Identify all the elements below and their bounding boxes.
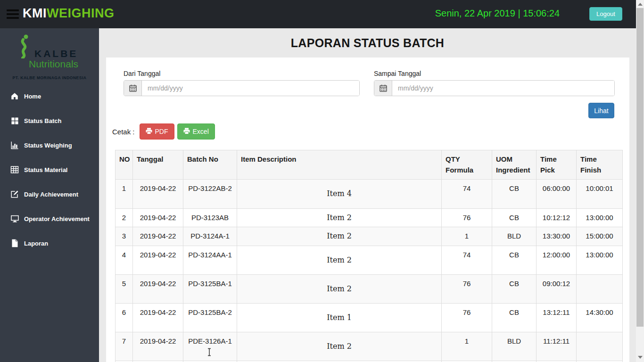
logout-button[interactable]: Logout <box>589 7 622 21</box>
cell-time-finish: 10:00:01 <box>577 180 623 209</box>
cell-tanggal: 2019-04-22 <box>133 332 183 361</box>
column-header-qty-formula: QTY Formula <box>442 150 492 180</box>
cell-tanggal: 2019-04-22 <box>133 274 183 303</box>
column-header-time-finish: Time Finish <box>577 150 623 180</box>
printer-icon <box>183 128 190 136</box>
to-date-label: Sampai Tanggal <box>374 70 421 77</box>
topbar: KMIWEIGHING Senin, 22 Apr 2019 | 15:06:2… <box>0 0 636 28</box>
cell-time-finish: 15:00:00 <box>577 227 623 246</box>
cell-time-finish <box>577 332 623 361</box>
from-date-input[interactable] <box>142 81 359 96</box>
monitor-icon <box>10 214 19 223</box>
scroll-down-arrow-icon[interactable] <box>638 356 643 359</box>
page-title: LAPORAN STATUS BATCH <box>99 36 636 50</box>
table-header-row: NOTanggalBatch NoItem DescriptionQTY For… <box>116 150 623 180</box>
cell-batch-no: PD-3124AA-1 <box>183 246 237 274</box>
table-row: 52019-04-22PD-3125BA-1Item 276CB09:00:12 <box>116 274 623 303</box>
screen: KMIWEIGHING Senin, 22 Apr 2019 | 15:06:2… <box>0 0 644 362</box>
table-row: 32019-04-22PD-3124A-1Item 21BLD13:30:001… <box>116 227 623 246</box>
sidebar-item-label: Status Weighing <box>24 142 72 149</box>
column-header-batch-no: Batch No <box>183 150 237 180</box>
brand-weighing: WEIGHING <box>47 6 115 20</box>
table-icon <box>10 165 19 174</box>
cell-item-description: Item 2 <box>237 332 442 361</box>
cell-time-finish <box>577 274 623 303</box>
logo-company-text: PT. KALBE MORINAGA INDONESIA <box>6 75 93 80</box>
sidebar-item-home[interactable]: Home <box>0 84 99 108</box>
cell-uom-ingredient: BLD <box>492 332 537 361</box>
cell-time-pick: 12:00:00 <box>537 246 577 274</box>
cell-batch-no: PD-3124A-1 <box>183 227 237 246</box>
cell-tanggal: 2019-04-22 <box>133 303 183 332</box>
edit-icon <box>10 189 19 199</box>
cell-uom-ingredient: CB <box>492 246 537 274</box>
to-date-input[interactable] <box>392 81 614 96</box>
cell-time-finish: 13:00:00 <box>577 209 623 227</box>
print-pdf-button[interactable]: PDF <box>140 123 174 140</box>
sidebar: KALBE Nutritionals PT. KALBE MORINAGA IN… <box>0 28 99 362</box>
sidebar-item-operator-achievement[interactable]: Operator Achievement <box>0 206 99 231</box>
text-cursor <box>207 348 212 358</box>
cell-time-pick: 09:00:12 <box>537 274 577 303</box>
cell-time-pick: 11:12:11 <box>537 332 577 361</box>
home-icon <box>10 91 19 101</box>
sidebar-nav: HomeStatus BatchStatus WeighingStatus Ma… <box>0 84 99 255</box>
sidebar-item-status-weighing[interactable]: Status Weighing <box>0 133 99 157</box>
cell-item-description: Item 2 <box>237 246 442 274</box>
cell-uom-ingredient: BLD <box>492 227 537 246</box>
scroll-up-arrow-icon[interactable] <box>638 3 643 6</box>
cell-qty-formula: 76 <box>442 209 492 227</box>
cell-item-description: Item 1 <box>237 303 442 332</box>
table-row: 42019-04-22PD-3124AA-1Item 274CB12:00:00… <box>116 246 623 274</box>
cell-batch-no: PD-3122AB-2 <box>183 180 237 209</box>
cell-no: 6 <box>116 303 133 332</box>
view-button[interactable]: Lihat <box>588 103 614 118</box>
sidebar-item-status-batch[interactable]: Status Batch <box>0 108 99 133</box>
print-excel-label: Excel <box>193 128 209 135</box>
logo-nutritionals-text: Nutritionals <box>29 58 93 70</box>
cell-item-description: Item 4 <box>237 180 442 209</box>
main-content: LAPORAN STATUS BATCH Dari Tanggal Sampai… <box>99 28 636 362</box>
sidebar-item-status-material[interactable]: Status Material <box>0 157 99 182</box>
cell-uom-ingredient: CB <box>492 303 537 332</box>
cell-no: 3 <box>116 227 133 246</box>
column-header-item-description: Item Description <box>237 150 442 180</box>
cell-batch-no: PD-3125BA-1 <box>183 274 237 303</box>
sidebar-item-laporan[interactable]: Laporan <box>0 231 99 255</box>
calendar-icon[interactable] <box>124 81 142 96</box>
hamburger-bar <box>7 17 19 19</box>
from-date-label: Dari Tanggal <box>124 70 160 77</box>
calendar-icon[interactable] <box>374 81 392 96</box>
cell-time-finish: 14:30:00 <box>577 303 623 332</box>
cell-time-pick: 13:30:00 <box>537 227 577 246</box>
cell-uom-ingredient: CB <box>492 209 537 227</box>
table-row: 22019-04-22PD-3123ABItem 276CB10:12:1213… <box>116 209 623 227</box>
sidebar-item-label: Home <box>24 93 41 100</box>
sidebar-item-label: Status Batch <box>24 117 61 124</box>
print-excel-button[interactable]: Excel <box>177 123 215 140</box>
hamburger-bar <box>7 13 19 15</box>
cell-time-pick: 10:12:12 <box>537 209 577 227</box>
table-row: 72019-04-22PDE-3126A-1Item 21BLD11:12:11 <box>116 332 623 361</box>
table-row: 62019-04-22PD-3125BA-2Item 176CB13:12:11… <box>116 303 623 332</box>
cell-no: 1 <box>116 180 133 209</box>
sidebar-item-label: Operator Achievement <box>24 215 90 222</box>
sidebar-item-daily-achievement[interactable]: Daily Achievement <box>0 182 99 206</box>
cell-tanggal: 2019-04-22 <box>133 246 183 274</box>
app-brand: KMIWEIGHING <box>23 6 115 21</box>
sidebar-item-label: Status Material <box>24 166 67 173</box>
cell-qty-formula: 1 <box>442 332 492 361</box>
cell-time-pick: 06:00:00 <box>537 180 577 209</box>
sidebar-item-label: Daily Achievement <box>24 191 78 198</box>
cell-no: 7 <box>116 332 133 361</box>
menu-toggle-icon[interactable] <box>7 9 19 19</box>
scrollbar-thumb[interactable] <box>636 8 644 327</box>
cell-qty-formula: 74 <box>442 180 492 209</box>
table-row: 12019-04-22PD-3122AB-2Item 474CB06:00:00… <box>116 180 623 209</box>
cell-item-description: Item 2 <box>237 274 442 303</box>
cell-no: 2 <box>116 209 133 227</box>
cell-item-description: Item 2 <box>237 227 442 246</box>
column-header-uom-ingredient: UOM Ingredient <box>492 150 537 180</box>
print-row: Cetak : PDF <box>112 123 215 140</box>
hamburger-bar <box>7 9 19 11</box>
